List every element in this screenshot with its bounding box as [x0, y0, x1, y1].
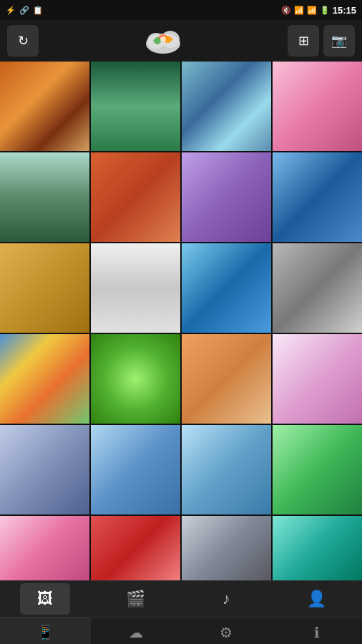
- photo-cell-12[interactable]: [273, 243, 362, 333]
- nav-my-device[interactable]: 📱 My Device: [0, 618, 91, 644]
- photo-cell-15[interactable]: [182, 334, 271, 424]
- photo-cell-5[interactable]: [0, 152, 89, 242]
- photo-cell-11[interactable]: [182, 243, 271, 333]
- battery-icon: 🔋: [320, 6, 330, 15]
- photo-cell-1[interactable]: [0, 62, 89, 151]
- sdcard-icon: 📋: [33, 6, 43, 15]
- contacts-tab[interactable]: 👤: [292, 583, 342, 615]
- my-device-icon: 📱: [36, 624, 54, 641]
- svg-point-3: [160, 36, 166, 42]
- photos-tab-icon: 🖼: [37, 590, 53, 608]
- music-tab-icon: ♪: [222, 590, 230, 608]
- camera-button[interactable]: 📷: [323, 25, 355, 57]
- refresh-icon: ↻: [18, 33, 29, 49]
- status-left-icons: ⚡ 🔗 📋: [6, 6, 43, 15]
- contacts-tab-icon: 👤: [307, 590, 326, 608]
- info-icon: ℹ: [314, 624, 320, 641]
- photo-cell-18[interactable]: [91, 425, 180, 514]
- photo-cell-9[interactable]: [0, 243, 89, 333]
- status-bar: ⚡ 🔗 📋 🔇 📶 📶 🔋 15:15: [0, 0, 362, 20]
- toolbar-right-buttons: ⊞ 📷: [288, 25, 355, 57]
- bottom-nav: 📱 My Device ☁ Cloud ⚙ Opzioni ℹ Info: [0, 618, 362, 644]
- photo-cell-21[interactable]: [0, 516, 89, 580]
- photo-cell-13[interactable]: [0, 334, 89, 424]
- nav-cloud[interactable]: ☁ Cloud: [91, 618, 182, 644]
- camera-icon: 📷: [331, 33, 347, 49]
- refresh-button[interactable]: ↻: [7, 25, 39, 57]
- photo-cell-16[interactable]: [273, 334, 362, 424]
- photo-grid: [0, 62, 362, 580]
- grid-icon: ⊞: [298, 33, 309, 49]
- cloud-icon: ☁: [129, 624, 143, 641]
- photo-cell-23[interactable]: [182, 516, 271, 580]
- clock: 15:15: [333, 5, 356, 16]
- media-type-tabs: 🖼 🎬 ♪ 👤: [0, 580, 362, 618]
- grid-view-button[interactable]: ⊞: [288, 25, 319, 57]
- music-tab[interactable]: ♪: [201, 583, 251, 615]
- signal-icon: 📶: [307, 6, 317, 15]
- mute-icon: 🔇: [281, 6, 291, 15]
- photo-cell-3[interactable]: [182, 62, 271, 151]
- photo-cell-8[interactable]: [273, 152, 362, 242]
- top-toolbar: ↻ ⊞ 📷: [0, 20, 362, 62]
- photo-cell-24[interactable]: [273, 516, 362, 580]
- photo-cell-20[interactable]: [273, 425, 362, 514]
- logo-svg: [142, 25, 185, 57]
- photos-tab[interactable]: 🖼: [20, 583, 70, 615]
- video-tab[interactable]: 🎬: [111, 583, 161, 615]
- usb-icon: ⚡: [6, 6, 16, 15]
- photo-cell-19[interactable]: [182, 425, 271, 514]
- photo-cell-14[interactable]: [91, 334, 180, 424]
- nav-info[interactable]: ℹ Info: [272, 618, 363, 644]
- photo-cell-17[interactable]: [0, 425, 89, 514]
- bluetooth-icon: 🔗: [19, 6, 29, 15]
- photo-cell-22[interactable]: [91, 516, 180, 580]
- photo-cell-7[interactable]: [182, 152, 271, 242]
- status-right-icons: 🔇 📶 📶 🔋 15:15: [281, 5, 356, 16]
- photo-cell-10[interactable]: [91, 243, 180, 333]
- video-tab-icon: 🎬: [126, 590, 145, 608]
- nav-options[interactable]: ⚙ Opzioni: [181, 618, 272, 644]
- photo-cell-2[interactable]: [91, 62, 180, 151]
- options-icon: ⚙: [220, 624, 233, 641]
- wifi-icon: 📶: [294, 6, 304, 15]
- photo-cell-4[interactable]: [273, 62, 362, 151]
- app-logo: [138, 23, 188, 59]
- photo-cell-6[interactable]: [91, 152, 180, 242]
